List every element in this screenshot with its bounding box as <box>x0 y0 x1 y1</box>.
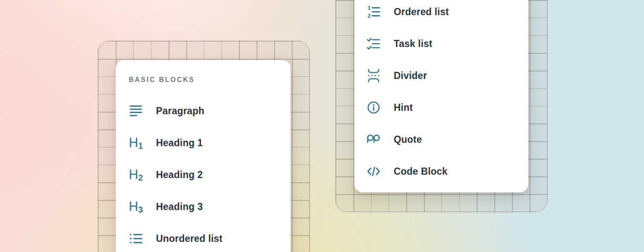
menu-item-label: Task list <box>394 38 432 50</box>
menu-item-task-list[interactable]: Task list <box>366 28 528 60</box>
advanced-blocks-menu: 1 2 Ordered list Task list Divider Hint … <box>354 0 528 192</box>
ordered-list-icon: 1 2 <box>366 5 381 19</box>
menu-item-label: Quote <box>394 134 422 145</box>
menu-item-label: Heading 1 <box>156 137 203 149</box>
heading-3-icon: H3 <box>129 200 143 214</box>
quote-icon <box>366 132 381 147</box>
menu-item-heading-1[interactable]: H1Heading 1 <box>129 127 291 159</box>
svg-text:2: 2 <box>368 13 371 19</box>
menu-item-label: Hint <box>394 102 413 113</box>
menu-item-heading-2[interactable]: H2Heading 2 <box>129 159 291 191</box>
advanced-blocks-item-list: 1 2 Ordered list Task list Divider Hint … <box>366 0 528 187</box>
menu-item-code-block[interactable]: Code Block <box>366 155 528 187</box>
basic-blocks-section-label: BASIC BLOCKS <box>129 76 291 84</box>
paragraph-icon <box>129 104 143 118</box>
basic-blocks-menu: BASIC BLOCKS ParagraphH1Heading 1H2Headi… <box>116 60 291 252</box>
heading-1-icon: H1 <box>129 136 143 150</box>
menu-item-unordered-list[interactable]: Unordered list <box>129 223 291 252</box>
menu-item-heading-3[interactable]: H3Heading 3 <box>129 191 291 223</box>
task-list-icon <box>366 37 381 51</box>
code-block-icon <box>366 164 381 178</box>
menu-item-label: Divider <box>394 70 427 81</box>
menu-item-divider[interactable]: Divider <box>366 60 528 92</box>
menu-item-label: Code Block <box>394 166 448 177</box>
hint-icon <box>366 100 381 115</box>
svg-text:1: 1 <box>368 5 371 11</box>
menu-item-label: Heading 3 <box>156 201 203 213</box>
editor-hero-background: BASIC BLOCKS ParagraphH1Heading 1H2Headi… <box>0 0 644 252</box>
menu-item-paragraph[interactable]: Paragraph <box>129 95 291 127</box>
basic-blocks-item-list: ParagraphH1Heading 1H2Heading 2H3Heading… <box>129 95 291 252</box>
menu-item-label: Paragraph <box>156 105 205 117</box>
menu-item-ordered-list[interactable]: 1 2 Ordered list <box>366 0 528 28</box>
menu-item-label: Ordered list <box>394 6 449 18</box>
menu-item-label: Heading 2 <box>156 169 203 181</box>
menu-item-hint[interactable]: Hint <box>366 92 528 123</box>
heading-2-icon: H2 <box>129 168 143 182</box>
menu-item-quote[interactable]: Quote <box>366 123 528 155</box>
menu-item-label: Unordered list <box>156 233 223 244</box>
unordered-list-icon <box>129 231 143 246</box>
divider-icon <box>366 68 381 83</box>
